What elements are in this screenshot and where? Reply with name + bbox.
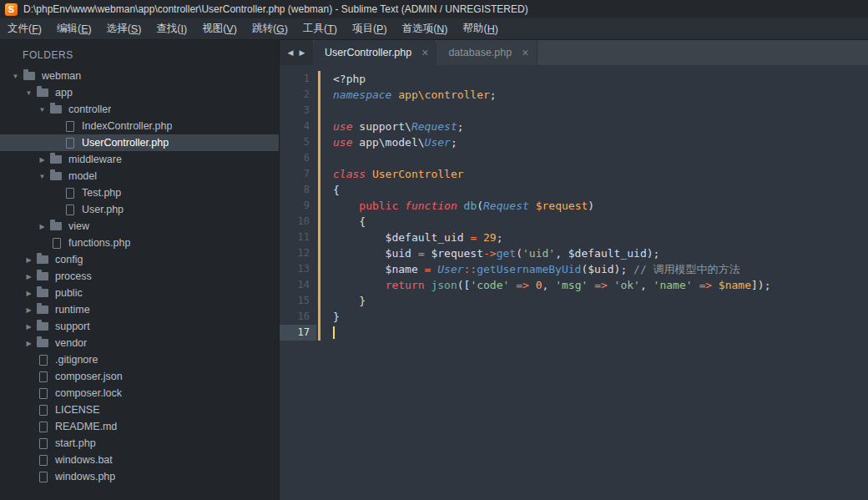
sidebar-item-label: config	[55, 254, 83, 265]
code-line-7[interactable]: 7class UserController	[280, 166, 868, 182]
code-line-1[interactable]: 1<?php	[280, 71, 868, 87]
sidebar-item-license[interactable]: LICENSE	[0, 402, 279, 418]
sidebar-item-support[interactable]: ▶support	[0, 318, 279, 335]
code-text: $uid = $request->get('uid', $default_uid…	[316, 245, 659, 261]
tab-database-php[interactable]: database.php×	[437, 40, 537, 65]
sidebar-item-label: composer.json	[55, 371, 123, 382]
title-bar: S D:\phpEnv\www\webman\app\controller\Us…	[0, 0, 868, 18]
folder-icon	[50, 172, 62, 180]
folder-collapsed-icon[interactable]: ▶	[24, 306, 33, 314]
folder-expanded-icon[interactable]: ▼	[38, 173, 47, 180]
sidebar-item-label: IndexController.php	[82, 120, 172, 132]
code-line-16[interactable]: 16}	[280, 309, 868, 325]
sidebar-item-windows-php[interactable]: windows.php	[0, 468, 279, 485]
sidebar-item-process[interactable]: ▶process	[0, 268, 279, 285]
sidebar-item-config[interactable]: ▶config	[0, 251, 279, 268]
sidebar-item-gitignore[interactable]: .gitignore	[0, 351, 279, 368]
sidebar-item-label: webman	[42, 70, 81, 82]
code-text: return json(['code' => 0, 'msg' => 'ok',…	[316, 277, 770, 293]
file-icon	[66, 205, 74, 215]
folder-icon	[50, 155, 62, 164]
folder-collapsed-icon[interactable]: ▶	[24, 290, 33, 297]
code-line-12[interactable]: 12 $uid = $request->get('uid', $default_…	[280, 245, 868, 261]
folder-collapsed-icon[interactable]: ▶	[24, 340, 33, 347]
tab-scroll-right-button[interactable]: ▶	[298, 47, 307, 58]
tab-usercontroller-php[interactable]: UserController.php×	[313, 40, 437, 65]
code-line-15[interactable]: 15 }	[280, 293, 868, 309]
code-text: <?php	[316, 71, 366, 87]
sidebar-item-indexcontroller-php[interactable]: IndexController.php	[0, 118, 279, 134]
tab-close-icon[interactable]: ×	[421, 47, 428, 58]
sidebar-item-middleware[interactable]: ▶middleware	[0, 151, 279, 168]
file-icon	[39, 371, 48, 382]
menu-bar: 文件(F)编辑(E)选择(S)查找(I)视图(V)跳转(G)工具(T)项目(P)…	[0, 18, 868, 40]
sidebar-item-test-php[interactable]: Test.php	[0, 184, 279, 201]
tab-close-icon[interactable]: ×	[522, 47, 528, 58]
code-line-10[interactable]: 10 {	[280, 214, 868, 230]
code-line-13[interactable]: 13 $name = User::getUsernameByUid($uid);…	[280, 261, 868, 277]
menu-item-help[interactable]: 帮助(H)	[456, 18, 506, 39]
code-line-9[interactable]: 9 public function db(Request $request)	[280, 198, 868, 214]
sidebar-item-usercontroller-php[interactable]: UserController.php	[0, 134, 279, 151]
sidebar-item-label: User.php	[82, 204, 124, 215]
folder-collapsed-icon[interactable]: ▶	[38, 223, 47, 230]
folder-collapsed-icon[interactable]: ▶	[24, 323, 33, 331]
sidebar-item-readme-md[interactable]: README.md	[0, 418, 279, 435]
sidebar-item-user-php[interactable]: User.php	[0, 201, 279, 218]
folder-collapsed-icon[interactable]: ▶	[38, 156, 47, 164]
folder-expanded-icon[interactable]: ▼	[38, 106, 47, 114]
sidebar-item-public[interactable]: ▶public	[0, 285, 279, 301]
window-title: D:\phpEnv\www\webman\app\controller\User…	[23, 3, 528, 15]
tab-label: database.php	[448, 47, 512, 58]
folder-icon	[37, 289, 48, 297]
menu-item-edit[interactable]: 编辑(E)	[49, 18, 99, 39]
sidebar-item-functions-php[interactable]: functions.php	[0, 235, 279, 251]
menu-item-project[interactable]: 项目(P)	[345, 18, 395, 39]
menu-item-selection[interactable]: 选择(S)	[99, 18, 149, 39]
line-number: 1	[280, 71, 316, 87]
folder-collapsed-icon[interactable]: ▶	[24, 273, 33, 280]
sidebar-item-label: vendor	[55, 337, 87, 349]
line-number: 5	[280, 134, 316, 150]
folder-collapsed-icon[interactable]: ▶	[24, 256, 33, 264]
sidebar-item-app[interactable]: ▼app	[0, 84, 279, 101]
code-line-14[interactable]: 14 return json(['code' => 0, 'msg' => 'o…	[280, 277, 868, 293]
code-line-8[interactable]: 8{	[280, 182, 868, 198]
menu-item-file[interactable]: 文件(F)	[0, 18, 49, 39]
sidebar-item-composer-json[interactable]: composer.json	[0, 368, 279, 385]
menu-item-tools[interactable]: 工具(T)	[295, 18, 345, 39]
code-lines: 1<?php2namespace app\controller;34use su…	[280, 71, 868, 341]
code-line-2[interactable]: 2namespace app\controller;	[280, 87, 868, 103]
sidebar-item-start-php[interactable]: start.php	[0, 435, 279, 452]
folder-icon	[50, 105, 62, 114]
tab-scroll-controls: ◀ ▶	[280, 40, 313, 65]
sidebar-item-model[interactable]: ▼model	[0, 168, 279, 184]
code-editor[interactable]: 1<?php2namespace app\controller;34use su…	[280, 65, 868, 500]
sidebar-item-label: middleware	[68, 154, 122, 165]
sidebar-item-runtime[interactable]: ▶runtime	[0, 301, 279, 318]
menu-item-find[interactable]: 查找(I)	[149, 18, 194, 39]
folder-expanded-icon[interactable]: ▼	[11, 73, 20, 80]
sidebar-item-windows-bat[interactable]: windows.bat	[0, 452, 279, 468]
sidebar-item-label: .gitignore	[55, 354, 98, 366]
tab-scroll-left-button[interactable]: ◀	[286, 47, 295, 58]
menu-item-goto[interactable]: 跳转(G)	[245, 18, 295, 39]
code-line-6[interactable]: 6	[280, 150, 868, 166]
code-line-11[interactable]: 11 $default_uid = 29;	[280, 230, 868, 245]
code-line-3[interactable]: 3	[280, 103, 868, 119]
sidebar-item-webman[interactable]: ▼webman	[0, 68, 279, 84]
code-text: $default_uid = 29;	[316, 230, 503, 245]
main-area: FOLDERS ▼webman▼app▼controllerIndexContr…	[0, 40, 868, 500]
folder-expanded-icon[interactable]: ▼	[24, 89, 33, 97]
sidebar-item-label: start.php	[55, 437, 96, 449]
code-line-17[interactable]: 17	[280, 325, 868, 341]
sidebar-item-label: public	[55, 287, 83, 299]
code-line-4[interactable]: 4use support\Request;	[280, 119, 868, 134]
sidebar-item-controller[interactable]: ▼controller	[0, 101, 279, 118]
sidebar-item-vendor[interactable]: ▶vendor	[0, 335, 279, 351]
menu-item-view[interactable]: 视图(V)	[194, 18, 245, 39]
sidebar-item-view[interactable]: ▶view	[0, 218, 279, 235]
menu-item-preferences[interactable]: 首选项(N)	[395, 18, 456, 39]
code-line-5[interactable]: 5use app\model\User;	[280, 134, 868, 150]
sidebar-item-composer-lock[interactable]: composer.lock	[0, 385, 279, 402]
